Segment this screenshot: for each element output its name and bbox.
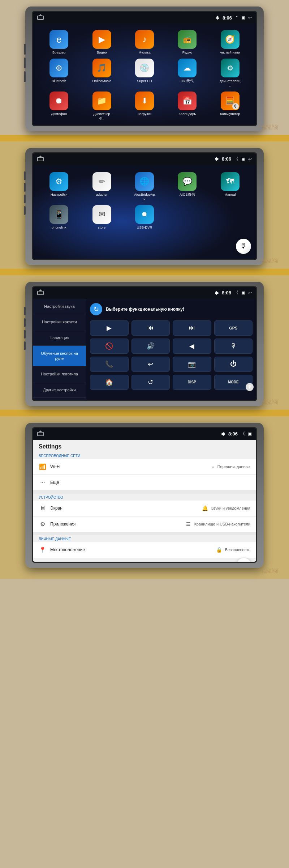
app-phonelink-label: phonelink [52, 225, 66, 229]
sw-btn-play[interactable]: ▶ [90, 320, 129, 336]
app-usb-dvr[interactable]: ⏺ USB-DVR [124, 205, 165, 229]
sidebar-logo[interactable]: Настройки логотипа [33, 366, 86, 382]
back-icon: ↩ [248, 15, 252, 20]
app-music[interactable]: ♪ Музыка [124, 30, 165, 54]
settings-apps-item[interactable]: ⚙ Приложения ☰ Хранилище и USB-накопител… [33, 516, 256, 532]
settings-more[interactable]: ··· Ещё [33, 475, 256, 491]
side-button-3d[interactable] [24, 341, 26, 350]
side-button-3c[interactable] [24, 330, 26, 339]
side-button-2b[interactable] [24, 183, 26, 192]
app-uninstall[interactable]: ⚙ деинсталляц.. [210, 59, 250, 87]
status-bar-1: ✱ 8:06 ⌃ ▣ ↩ [33, 12, 256, 24]
settings-screen: Settings Беспроводные сети 📶 Wi-Fi ○ Пер… [33, 440, 256, 562]
bluetooth-app-icon: ⊕ [49, 59, 68, 77]
app-grid-1: e Браузер ▶ Видео ♪ Музыка [36, 29, 253, 122]
side-button[interactable] [24, 44, 26, 55]
sw-btn-vol-down[interactable]: ◀ [173, 339, 211, 354]
app-online-music[interactable]: 🎵 OnlineMusic [81, 59, 122, 87]
mic-fab-2[interactable]: 🎙 [236, 239, 251, 254]
app-video[interactable]: ▶ Видео [81, 30, 122, 54]
sidebar-sound[interactable]: Настройки звука [33, 299, 86, 314]
app-calculator[interactable]: 🧮 🎙 Калькулятор [210, 92, 250, 120]
app-downloads[interactable]: ⬇ Загрузки [124, 92, 165, 120]
app-file-manager[interactable]: 📁 Диспетчер ф.. [81, 92, 122, 120]
online-music-icon: 🎵 [92, 59, 111, 77]
sw-btn-vol-up[interactable]: 🔊 [131, 339, 170, 354]
settings-location[interactable]: 📍 Местоположение 🔒 Безопасность [33, 542, 256, 558]
window-icon-2: ▣ [241, 157, 245, 162]
sidebar-other[interactable]: Другие настройки [33, 382, 86, 398]
location-icon: 📍 [39, 546, 47, 553]
app-super-cd[interactable]: 💿 Super CD [124, 59, 165, 87]
app-file-manager-label: Диспетчер ф.. [91, 112, 112, 120]
sw-btn-disp[interactable]: DISP [173, 375, 211, 390]
sidebar-steering[interactable]: Обучение кнопок на руле [33, 346, 86, 367]
app-manual-label: Manual [224, 192, 236, 196]
back-icon-3: ↩ [248, 290, 252, 295]
sw-btn-home[interactable]: 🏠 [90, 375, 129, 390]
sw-btn-back[interactable]: ↺ [131, 375, 170, 390]
side-button-3b[interactable] [24, 318, 26, 327]
sw-btn-mode[interactable]: MODE 🎙 [214, 375, 253, 390]
app-aios-bridge[interactable]: 🌐 AiosBridgeApp [124, 172, 165, 201]
sw-btn-prev[interactable]: ⏮ [131, 320, 170, 336]
side-button[interactable] [24, 58, 26, 68]
calculator-icon: 🧮 🎙 [221, 92, 240, 110]
status-bar-4: ✱ 8:06 《 ▣ [33, 428, 256, 440]
phonelink-icon: 📱 [49, 205, 68, 224]
app-aios-wechat[interactable]: 💬 AIOS微信 [167, 172, 207, 201]
bell-icon: 🔔 [202, 505, 208, 511]
sidebar-brightness[interactable]: Настройки яркости [33, 314, 86, 330]
app-music-label: Музыка [138, 50, 151, 54]
app-phonelink[interactable]: 📱 phonelink [39, 205, 79, 229]
status-bar-2: ✱ 8:06 《 ▣ ↩ [33, 153, 256, 165]
side-button[interactable] [24, 71, 26, 82]
sidebar-navigation[interactable]: Навигация [33, 330, 86, 346]
panel-4: ✱ 8:06 《 ▣ Settings Беспроводные сети 📶 … [0, 416, 289, 579]
app-aios-wechat-label: AIOS微信 [180, 192, 195, 196]
app-radio[interactable]: 📻 Радио [167, 30, 207, 54]
app-store[interactable]: ✉ store [81, 205, 122, 229]
status-bar-3: ✱ 8:08 《 ▣ ↩ [33, 287, 256, 299]
app-weather[interactable]: ☁ 360天气 [167, 59, 207, 87]
sw-btn-mic[interactable]: 🎙 [214, 339, 253, 354]
app-recorder[interactable]: ⏺ Диктофон [39, 92, 79, 120]
app-browser[interactable]: e Браузер [39, 30, 79, 54]
super-cd-icon: 💿 [135, 59, 154, 77]
settings-screen-item[interactable]: 🖥 Экран 🔔 Звуки и уведомления [33, 501, 256, 516]
app-usb-dvr-label: USB-DVR [137, 225, 152, 229]
app-settings[interactable]: ⚙ Настройки [39, 172, 79, 201]
settings-wifi[interactable]: 📶 Wi-Fi ○ Передача данных [33, 459, 256, 475]
app-manual[interactable]: 🗺 Manual [210, 172, 250, 201]
sw-btn-mute[interactable]: 🚫 [90, 339, 129, 354]
sw-btn-camera[interactable]: 📷 [173, 357, 211, 372]
sw-btn-gps[interactable]: GPS [214, 320, 253, 336]
aios-bridge-icon: 🌐 [135, 172, 154, 191]
app-bluetooth[interactable]: ⊕ Bluetooth [39, 59, 79, 87]
expand-icon: ⌃ [235, 15, 238, 20]
sw-main-panel: ↻ Выберите функциональную кнопку! ▶ ⏮ ⏭ … [86, 299, 256, 400]
data-transfer-label: Передача данных [217, 464, 250, 469]
side-button-2c[interactable] [24, 195, 26, 203]
watermark-4: carmitek [262, 569, 278, 574]
sw-btn-phone[interactable]: 📞 [90, 357, 129, 372]
sw-btn-power[interactable]: ⏻ [214, 357, 253, 372]
sw-btn-hangup[interactable]: ↩ [131, 357, 170, 372]
navi-icon: 🧭 [221, 30, 240, 49]
app-calendar[interactable]: 📅 Календарь [167, 92, 207, 120]
expand-icon-4: 《 [241, 431, 245, 437]
sw-title: Выберите функциональную кнопку! [106, 307, 184, 312]
settings-page-title: Settings [33, 440, 256, 452]
refresh-icon[interactable]: ↻ [90, 303, 102, 315]
sounds-label: Звуки и уведомления [211, 506, 250, 510]
app-adapter[interactable]: ✏ adapter [81, 172, 122, 201]
side-button-2a[interactable] [24, 171, 26, 180]
sw-btn-next[interactable]: ⏭ [173, 320, 211, 336]
mic-fab-4[interactable]: 🎙 [237, 558, 251, 563]
app-navi[interactable]: 🧭 чистый нави [210, 30, 250, 54]
usb-dvr-icon: ⏺ [135, 205, 154, 224]
side-button-3a[interactable] [24, 307, 26, 315]
section-device-header: Устройство [33, 494, 256, 501]
app-radio-label: Радио [182, 50, 192, 54]
side-button-2d[interactable] [24, 206, 26, 215]
